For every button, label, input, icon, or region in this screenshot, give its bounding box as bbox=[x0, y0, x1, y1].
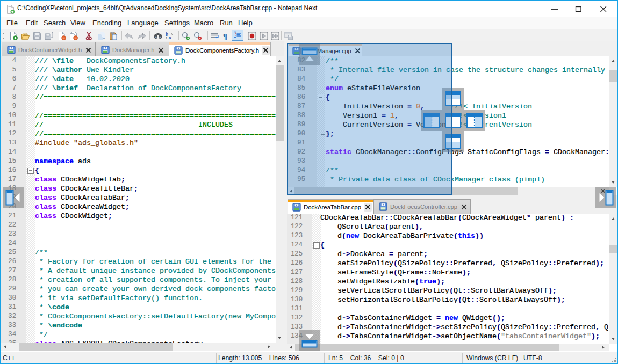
svg-text:a: a bbox=[169, 34, 171, 40]
svg-text:¶: ¶ bbox=[223, 32, 227, 40]
svg-text:b: b bbox=[166, 32, 168, 37]
